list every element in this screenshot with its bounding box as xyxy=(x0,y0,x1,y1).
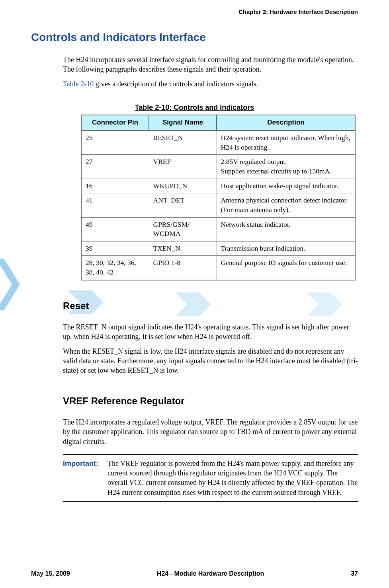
cell-signal: ANT_DET xyxy=(149,193,217,217)
page-footer: May 15, 2009 H24 - Module Hardware Descr… xyxy=(31,569,358,578)
table-row: 25 RESET_N H24 system reset output indic… xyxy=(81,130,355,155)
section-title: Controls and Indicators Interface xyxy=(31,30,358,45)
reset-paragraph-1: The RESET_N output signal indicates the … xyxy=(63,322,358,342)
cell-signal: VREF xyxy=(149,155,217,179)
important-text: The VREF regulator is powered from the H… xyxy=(108,459,358,497)
cell-pin: 28, 30, 32, 34, 36, 38, 40, 42 xyxy=(81,256,149,280)
footer-date: May 15, 2009 xyxy=(31,569,70,578)
cell-signal: WKUPO_N xyxy=(149,179,217,193)
subsection-vref-title: VREF Reference Regulator xyxy=(63,395,358,407)
important-label: Important: xyxy=(63,459,103,497)
table-row: 16 WKUPO_N Host application wake-up sign… xyxy=(81,179,355,193)
table-row: 28, 30, 32, 34, 36, 38, 40, 42 GPIO 1-8 … xyxy=(81,256,355,280)
page-header: Chapter 2: Hardware Interface Descriptio… xyxy=(31,8,358,16)
table-row: 41 ANT_DET Antenna physical connection d… xyxy=(81,193,355,217)
table-header-desc: Description xyxy=(217,115,355,130)
table-caption: Table 2-10: Controls and Indicators xyxy=(31,103,358,112)
cell-pin: 39 xyxy=(81,241,149,256)
cell-pin: 49 xyxy=(81,217,149,241)
intro-paragraph-1: The H24 incorporates several interface s… xyxy=(63,55,358,74)
important-note: Important: The VREF regulator is powered… xyxy=(63,454,358,502)
cell-signal: GPIO 1-8 xyxy=(149,256,217,280)
intro-paragraph-2: Table 2-10 gives a description of the co… xyxy=(63,79,358,89)
cell-desc: General purpose IO signals for customer … xyxy=(217,256,355,280)
cell-desc: H24 system reset output indicator. When … xyxy=(217,130,355,155)
cell-pin: 41 xyxy=(81,193,149,217)
intro-paragraph-2-rest: gives a description of the controls and … xyxy=(94,80,258,88)
cell-desc: Network status indicator. xyxy=(217,217,355,241)
table-reference-link[interactable]: Table 2-10 xyxy=(63,80,94,88)
cell-signal: TXEN_N xyxy=(149,241,217,256)
table-header-signal: Signal Name xyxy=(149,115,217,130)
cell-desc: 2.85V regulated output.Supplies external… xyxy=(217,155,355,179)
footer-title: H24 - Module Hardware Description xyxy=(157,569,264,578)
reset-paragraph-2: When the RESET_N signal is low, the H24 … xyxy=(63,347,358,376)
subsection-reset-title: Reset xyxy=(63,300,358,312)
cell-pin: 27 xyxy=(81,155,149,179)
table-row: 39 TXEN_N Transmission burst indication. xyxy=(81,241,355,256)
divider xyxy=(63,454,358,455)
cell-pin: 25 xyxy=(81,130,149,155)
cell-signal: GPRS/GSM/WCDMA xyxy=(149,217,217,241)
vref-paragraph-1: The H24 incorporates a regulated voltage… xyxy=(63,417,358,446)
table-row: 49 GPRS/GSM/WCDMA Network status indicat… xyxy=(81,217,355,241)
divider xyxy=(63,501,358,502)
table-row: 27 VREF 2.85V regulated output.Supplies … xyxy=(81,155,355,179)
table-header-pin: Connector Pin xyxy=(81,115,149,130)
cell-desc: Antenna physical connection detect indic… xyxy=(217,193,355,217)
controls-indicators-table: Connector Pin Signal Name Description 25… xyxy=(81,115,356,280)
footer-page-number: 37 xyxy=(351,569,358,578)
cell-desc: Host application wake-up signal indicato… xyxy=(217,179,355,193)
cell-signal: RESET_N xyxy=(149,130,217,155)
cell-pin: 16 xyxy=(81,179,149,193)
cell-desc: Transmission burst indication. xyxy=(217,241,355,256)
